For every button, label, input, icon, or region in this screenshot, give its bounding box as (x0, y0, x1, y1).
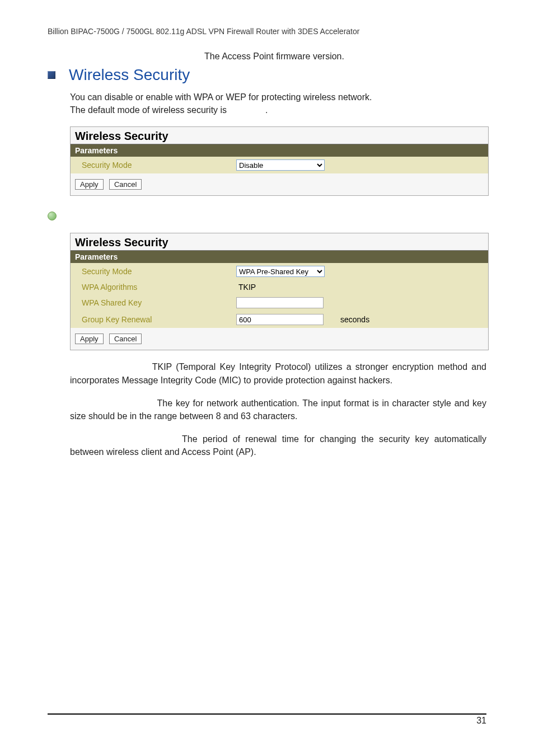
security-mode-select[interactable]: Disable (236, 159, 325, 171)
row-wpa-shared-key: WPA Shared Key (71, 294, 488, 311)
label-group-key-renewal: Group Key Renewal (75, 315, 236, 324)
desc-renewal-pad (70, 433, 182, 445)
desc-key-a: The key for network authentication (157, 398, 297, 408)
desc-key-pad (70, 397, 157, 410)
panel2-subtitle: Parameters (71, 251, 488, 263)
group-key-renewal-input[interactable] (236, 314, 324, 325)
panel-wireless-security-wpa: Wireless Security Parameters Security Mo… (70, 233, 489, 350)
panel1-button-row: Apply Cancel (71, 173, 488, 195)
label-security-mode-2: Security Mode (75, 267, 236, 276)
panel1-title: Wireless Security (71, 127, 488, 144)
desc-tkip: TKIP (Temporal Key Integrity Protocol) u… (70, 360, 486, 386)
wpa-shared-key-input[interactable] (236, 297, 324, 308)
cancel-button[interactable]: Cancel (109, 179, 142, 190)
label-security-mode: Security Mode (75, 161, 236, 170)
intro-paragraph: You can disable or enable with WPA or WE… (70, 91, 486, 116)
apply-button-2[interactable]: Apply (75, 334, 104, 344)
intro-trailing: . (265, 105, 268, 115)
apply-button[interactable]: Apply (75, 179, 104, 190)
desc-renewal: The period of renewal time for changing … (70, 433, 486, 458)
section-title: Wireless Security (69, 66, 190, 84)
label-wpa-shared-key: WPA Shared Key (75, 298, 236, 307)
page-footer: 31 (48, 713, 486, 726)
row-wpa-algorithms: WPA Algorithms TKIP (71, 280, 488, 294)
intro-line-1: You can disable or enable with WPA or WE… (70, 92, 372, 102)
desc-key: The key for network authentication. The … (70, 397, 486, 422)
value-wpa-algorithms: TKIP (236, 283, 256, 292)
row-security-mode: Security Mode Disable (71, 157, 488, 173)
desc-tkip-pad (70, 360, 152, 373)
page-number: 31 (476, 716, 486, 725)
panel2-button-row: Apply Cancel (71, 328, 488, 350)
label-wpa-algorithms: WPA Algorithms (75, 283, 236, 292)
panel-wireless-security-disable: Wireless Security Parameters Security Mo… (70, 126, 489, 196)
panel1-subtitle: Parameters (71, 144, 488, 157)
security-mode-select-2[interactable]: WPA Pre-Shared Key (236, 266, 325, 277)
cancel-button-2[interactable]: Cancel (109, 334, 142, 344)
intro-line-2: The default mode of wireless security is (70, 105, 227, 115)
row-security-mode-2: Security Mode WPA Pre-Shared Key (71, 263, 488, 280)
firmware-version-line: The Access Point firmware version. (48, 51, 395, 62)
section-bullet-icon (48, 71, 55, 79)
row-group-key-renewal: Group Key Renewal seconds (71, 311, 488, 328)
panel2-title: Wireless Security (71, 233, 488, 251)
group-key-renewal-suffix: seconds (340, 315, 369, 324)
page-header: Billion BIPAC-7500G / 7500GL 802.11g ADS… (48, 27, 486, 36)
note-icon (48, 212, 57, 220)
